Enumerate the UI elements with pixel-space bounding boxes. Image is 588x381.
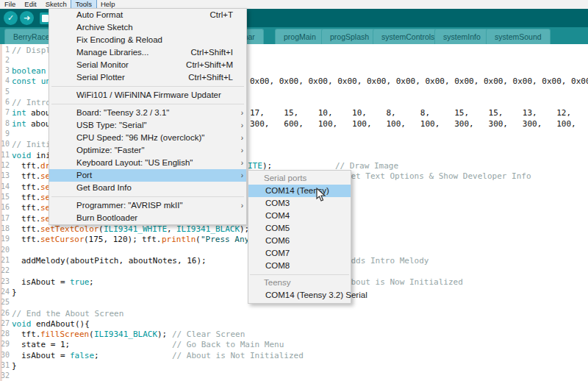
port-option-com8[interactable]: COM8 xyxy=(248,260,351,272)
code-segment: fillScreen xyxy=(40,330,89,339)
line-number: 13 xyxy=(0,171,10,179)
line-number: 18 xyxy=(0,224,10,232)
menu-item-label: Manage Libraries... xyxy=(76,48,148,57)
menu-item-label: Get Board Info xyxy=(76,183,132,192)
port-option-com14-teensy[interactable]: COM14 (Teensy) xyxy=(248,185,351,197)
upload-button[interactable]: ➜ xyxy=(20,11,34,25)
menu-item-label: CPU Speed: "96 MHz (overclock)" xyxy=(76,133,204,142)
menu-item-board-teensy-3-2-3-1[interactable]: Board: "Teensy 3.2 / 3.1"› xyxy=(49,107,246,119)
code-segment: } xyxy=(12,288,17,297)
code-segment: tft. xyxy=(21,330,41,339)
submenu-header-teensy: Teensy xyxy=(248,277,351,289)
line-number: 28 xyxy=(0,330,10,338)
code-segment: int xyxy=(12,119,26,129)
menu-item-archive-sketch[interactable]: Archive Sketch xyxy=(49,21,246,34)
menu-separator xyxy=(49,102,246,107)
tab-progsplash[interactable]: progSplash xyxy=(321,29,378,44)
code-segment: isAbout = xyxy=(21,351,70,360)
menu-item-optimize-faster[interactable]: Optimize: "Faster"› xyxy=(49,144,246,157)
port-option-com5[interactable]: COM5 xyxy=(248,222,351,235)
code-segment: abou xyxy=(31,108,51,118)
menu-item-label: Auto Format xyxy=(76,10,123,19)
menu-item-port[interactable]: Port› xyxy=(49,169,246,182)
code-segment: , xyxy=(167,224,176,234)
menu-separator xyxy=(49,84,246,89)
code-segment: tft. xyxy=(21,193,41,202)
code-segment: ILI9341_WHITE xyxy=(104,224,167,234)
port-option-com6[interactable]: COM6 xyxy=(248,235,351,247)
code-segment: endAbout(){ xyxy=(36,319,90,329)
code-segment: // Initi xyxy=(12,140,51,149)
tab-systeminfo[interactable]: systemInfo xyxy=(434,29,490,44)
mouse-cursor-icon xyxy=(316,188,326,202)
chevron-right-icon: › xyxy=(241,144,243,157)
menu-item-keyboard-layout-us-english[interactable]: Keyboard Layout: "US English"› xyxy=(49,157,246,169)
code-segment: isAbout = xyxy=(21,277,70,287)
chevron-right-icon: › xyxy=(241,169,243,182)
code-segment: } xyxy=(12,361,17,371)
menu-item-burn-bootloader[interactable]: Burn Bootloader xyxy=(49,212,246,224)
menubar-item-edit[interactable]: Edit xyxy=(20,0,40,9)
menu-item-serial-monitor[interactable]: Serial MonitorCtrl+Shift+M xyxy=(49,59,246,71)
code-segment: tft. xyxy=(21,224,41,234)
code-segment: ILI9341_BLACK xyxy=(176,224,240,234)
code-segment: ILI9341_BLACK xyxy=(94,330,157,339)
menu-item-label: USB Type: "Serial" xyxy=(76,121,147,129)
line-number: 2 xyxy=(0,56,10,64)
code-segment: println xyxy=(162,235,196,244)
menu-item-serial-plotter[interactable]: Serial PlotterCtrl+Shift+L xyxy=(49,71,246,84)
tools-menu: Auto FormatCtrl+TArchive SketchFix Encod… xyxy=(49,8,247,225)
tab-systemcontrols[interactable]: systemControls xyxy=(373,29,443,44)
line-number: 31 xyxy=(0,361,10,369)
line-number: 25 xyxy=(0,298,10,306)
menu-item-fix-encoding-reload[interactable]: Fix Encoding & Reload xyxy=(49,34,246,46)
menu-item-shortcut: Ctrl+Shift+M xyxy=(186,59,233,71)
code-segment: false xyxy=(70,351,94,360)
menu-item-manage-libraries[interactable]: Manage Libraries...Ctrl+Shift+I xyxy=(49,46,246,59)
code-segment: void xyxy=(12,151,32,160)
line-number: 1 xyxy=(0,46,10,54)
tab-progmain[interactable]: progMain xyxy=(275,29,325,44)
port-option-com3[interactable]: COM3 xyxy=(248,197,351,210)
line-number: 17 xyxy=(0,214,10,222)
code-segment: ( xyxy=(196,235,201,244)
menu-item-wifi101-wifinina-firmware-updater[interactable]: WiFi101 / WiFiNINA Firmware Updater xyxy=(49,89,246,102)
code-segment: ; xyxy=(89,277,94,287)
line-number: 7 xyxy=(0,108,10,116)
port-option-com4[interactable]: COM4 xyxy=(248,210,351,222)
menu-item-shortcut: Ctrl+T xyxy=(209,9,233,21)
code-segment: tft. xyxy=(21,214,41,224)
verify-button[interactable]: ✓ xyxy=(4,11,18,25)
arduino-ide-window: { "menubar": { "items": ["File", "Edit",… xyxy=(0,0,588,381)
code-segment: 0x00, 0x00, 0x00, 0x00, 0x00, 0x00, 0x00… xyxy=(250,76,588,86)
line-number: 5 xyxy=(0,88,10,96)
code-segment: tft. xyxy=(21,203,41,213)
menu-item-label: WiFi101 / WiFiNINA Firmware Updater xyxy=(76,90,221,99)
code-segment: tft. xyxy=(21,161,41,171)
tab-systemsound[interactable]: systemSound xyxy=(486,29,551,44)
port-option-com7[interactable]: COM7 xyxy=(248,247,351,260)
chevron-right-icon: › xyxy=(241,199,243,212)
menu-item-usb-type-serial[interactable]: USB Type: "Serial"› xyxy=(49,119,246,132)
line-number: 16 xyxy=(0,203,10,211)
line-number: 24 xyxy=(0,288,10,296)
code-segment: void xyxy=(12,319,32,329)
line-number: 15 xyxy=(0,193,10,201)
code-segment: // Go Back to Main Menu xyxy=(172,340,284,349)
code-segment: ; xyxy=(94,351,99,360)
code-segment: boolean xyxy=(12,66,46,76)
submenu-separator xyxy=(248,272,351,277)
menu-item-get-board-info[interactable]: Get Board Info xyxy=(49,182,246,194)
chevron-right-icon: › xyxy=(241,157,243,169)
menu-item-programmer-avrisp-mkii[interactable]: Programmer: "AVRISP mkII"› xyxy=(49,199,246,212)
line-number: 23 xyxy=(0,277,10,285)
menu-item-cpu-speed-96-mhz-overclock[interactable]: CPU Speed: "96 MHz (overclock)"› xyxy=(49,132,246,144)
code-segment: abou xyxy=(31,119,51,129)
line-number: 4 xyxy=(0,76,10,85)
code-segment: setCursor xyxy=(40,235,85,244)
code-segment: tft. xyxy=(21,235,41,244)
line-number: 14 xyxy=(0,182,10,190)
port-option-com14-teensy-3-2-serial[interactable]: COM14 (Teensy 3.2) Serial xyxy=(248,289,351,302)
menubar-item-file[interactable]: File xyxy=(0,0,20,9)
menu-item-auto-format[interactable]: Auto FormatCtrl+T xyxy=(49,9,246,21)
